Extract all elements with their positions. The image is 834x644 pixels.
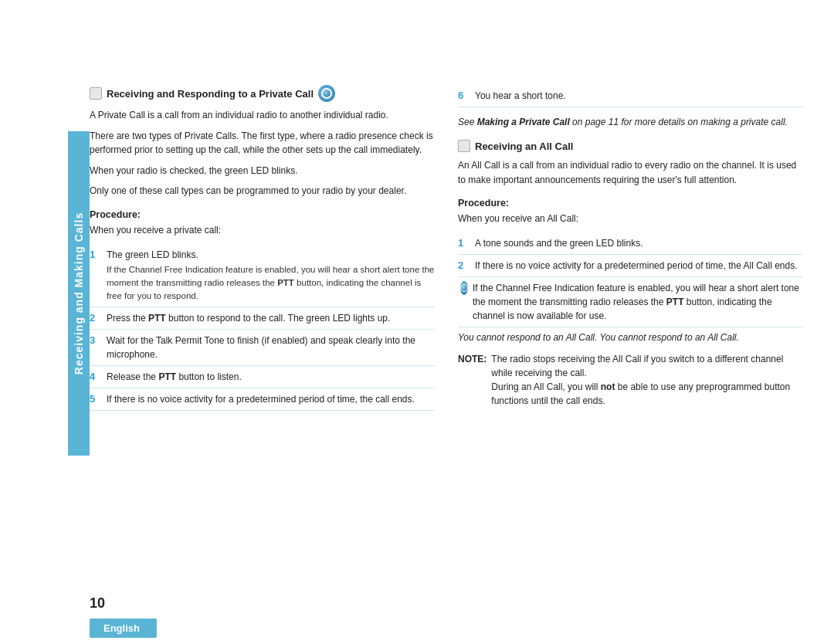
sidebar-tab: Receiving and Making Calls bbox=[68, 131, 90, 456]
step-3-number: 3 bbox=[90, 334, 100, 346]
section-heading-private-call: Receiving and Responding to a Private Ca… bbox=[90, 85, 435, 102]
see-also-italic: See Making a Private Call on page 11 for… bbox=[458, 115, 803, 129]
section2-heading: Receiving an All Call bbox=[458, 140, 803, 152]
step-1-main: The green LED blinks. bbox=[107, 249, 198, 260]
cannot-respond: You cannot respond to an All Call. You c… bbox=[458, 332, 803, 343]
procedure-intro-left: When you receive a private call: bbox=[90, 223, 435, 238]
step-1: 1 The green LED blinks. If the Channel F… bbox=[90, 244, 435, 308]
step-4-number: 4 bbox=[90, 370, 100, 382]
steps-right: 1 A tone sounds and the green LED blinks… bbox=[458, 232, 803, 277]
procedure-intro-right: When you receive an All Call: bbox=[458, 212, 803, 226]
page-number: 10 bbox=[90, 595, 105, 612]
right-step-1: 1 A tone sounds and the green LED blinks… bbox=[458, 232, 803, 255]
step-1-sub: If the Channel Free Indication feature i… bbox=[107, 263, 435, 303]
step-3: 3 Wait for the Talk Permit Tone to finis… bbox=[90, 330, 435, 366]
step-4-content: Release the PTT button to listen. bbox=[107, 370, 435, 384]
right-step-2-content: If there is no voice activity for a pred… bbox=[475, 259, 803, 273]
step-5: 5 If there is no voice activity for a pr… bbox=[90, 388, 435, 411]
intro-para-4: Only one of these call types can be prog… bbox=[90, 184, 435, 198]
sidebar-tab-label: Receiving and Making Calls bbox=[73, 212, 85, 375]
note-label: NOTE: bbox=[458, 352, 486, 366]
step-3-content: Wait for the Talk Permit Tone to finish … bbox=[107, 334, 435, 361]
left-column: Receiving and Responding to a Private Ca… bbox=[90, 85, 435, 582]
step-6: 6 You hear a short tone. bbox=[458, 85, 803, 107]
step-6-content: You hear a short tone. bbox=[475, 89, 803, 103]
step-4: 4 Release the PTT button to listen. bbox=[90, 366, 435, 388]
channel-free-row: If the Channel Free Indication feature i… bbox=[458, 277, 803, 327]
note-row: NOTE: The radio stops receiving the All … bbox=[458, 352, 803, 408]
step-5-content: If there is no voice activity for a pred… bbox=[107, 392, 435, 406]
section-heading-text: Receiving and Responding to a Private Ca… bbox=[107, 88, 314, 100]
section2-intro: An All Call is a call from an individual… bbox=[458, 158, 803, 187]
intro-para-2: There are two types of Private Calls. Th… bbox=[90, 129, 435, 158]
motorola-icon-inner bbox=[321, 88, 332, 99]
step-6-number: 6 bbox=[458, 89, 469, 101]
right-step-2-number: 2 bbox=[458, 259, 469, 271]
heading-icon bbox=[90, 87, 102, 100]
note-text-2: During an All Call, you will not be able… bbox=[491, 381, 790, 406]
channel-free-text: If the Channel Free Indication feature i… bbox=[473, 281, 803, 323]
intro-para-1: A Private Call is a call from an individ… bbox=[90, 108, 435, 123]
note-content: The radio stops receiving the All Call i… bbox=[491, 352, 803, 408]
step-2-content: Press the PTT button to respond to the c… bbox=[107, 311, 435, 325]
step-1-number: 1 bbox=[90, 248, 100, 260]
intro-para-3: When your radio is checked, the green LE… bbox=[90, 164, 435, 178]
motorola-icon bbox=[318, 85, 335, 102]
right-step-1-number: 1 bbox=[458, 236, 469, 249]
right-step-1-content: A tone sounds and the green LED blinks. bbox=[475, 236, 803, 250]
right-step-2: 2 If there is no voice activity for a pr… bbox=[458, 255, 803, 277]
step-2: 2 Press the PTT button to respond to the… bbox=[90, 307, 435, 330]
main-content: Receiving and Responding to a Private Ca… bbox=[90, 85, 803, 582]
channel-free-icon-inner bbox=[460, 284, 468, 292]
right-column: 6 You hear a short tone. See Making a Pr… bbox=[458, 85, 803, 582]
step-5-number: 5 bbox=[90, 392, 100, 405]
steps-left: 1 The green LED blinks. If the Channel F… bbox=[90, 244, 435, 412]
note-text-1: The radio stops receiving the All Call i… bbox=[491, 354, 783, 378]
step-1-content: The green LED blinks. If the Channel Fre… bbox=[107, 248, 435, 303]
heading-icon-2 bbox=[458, 140, 470, 152]
procedure-label-left: Procedure: bbox=[90, 209, 435, 220]
step-2-number: 2 bbox=[90, 311, 100, 324]
procedure-label-right: Procedure: bbox=[458, 198, 803, 208]
english-badge: English bbox=[90, 619, 157, 638]
section2-heading-text: Receiving an All Call bbox=[475, 141, 573, 152]
channel-free-icon bbox=[460, 281, 468, 295]
